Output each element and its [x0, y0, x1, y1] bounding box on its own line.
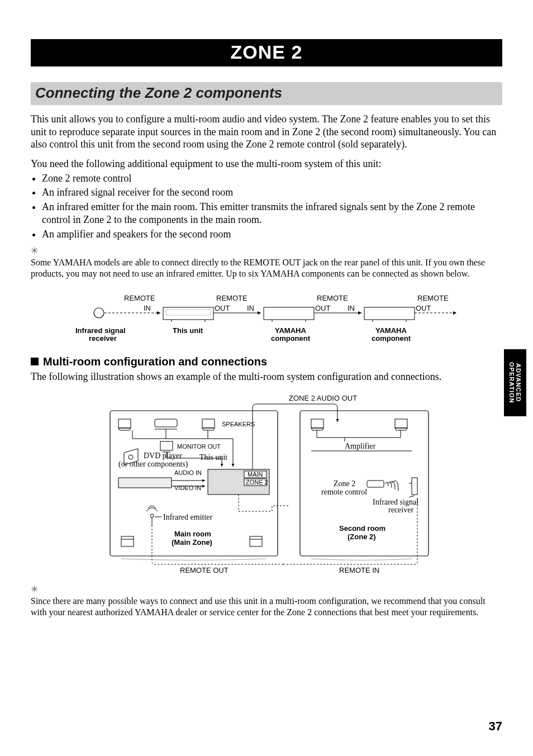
zone2-rc-label-2: remote control [321, 488, 367, 496]
side-tab-line-2: OPERATION [508, 362, 515, 403]
remote-label: REMOTE [124, 294, 155, 302]
list-item: An infrared emitter for the main room. T… [42, 201, 502, 227]
section-heading-bar: Connecting the Zone 2 components [31, 82, 502, 105]
svg-rect-18 [118, 419, 131, 428]
remote-out-label: REMOTE OUT [180, 566, 229, 574]
subheading: Multi-room configuration and connections [31, 355, 502, 368]
tip-paragraph-2: Since there are many possible ways to co… [31, 596, 502, 618]
svg-rect-2 [163, 307, 213, 320]
ir-receiver-label-2a: Infrared signal [373, 498, 418, 506]
in-label-3: IN [348, 304, 355, 312]
zone2-rc-label-1: Zone 2 [334, 479, 355, 488]
chapter-title: ZONE 2 [31, 39, 502, 66]
svg-rect-27 [160, 441, 173, 450]
svg-rect-46 [311, 419, 323, 428]
ir-receiver-label-1: Infrared signal [75, 326, 126, 335]
out-label-2: OUT [315, 304, 331, 312]
list-item: Zone 2 remote control [42, 172, 502, 185]
svg-point-0 [94, 308, 104, 318]
monitor-out-label: MONITOR OUT [177, 443, 221, 450]
in-label-2: IN [247, 304, 254, 312]
main-room-label-2: (Main Zone) [172, 538, 212, 546]
side-tab-advanced-operation: ADVANCEDOPERATION [504, 349, 526, 416]
svg-line-56 [409, 496, 415, 497]
page-number: 37 [489, 719, 502, 734]
intro-paragraph-2: You need the following additional equipm… [31, 158, 502, 170]
svg-point-39 [150, 514, 154, 517]
svg-rect-54 [412, 478, 417, 495]
this-unit-label: This unit [173, 326, 203, 335]
list-item: An infrared signal receiver for the seco… [42, 186, 502, 199]
zone2-audio-out-label: ZONE 2 AUDIO OUT [289, 394, 357, 402]
multi-room-diagram: ZONE 2 AUDIO OUT SPEAKERS MONITOR OUT DV… [99, 394, 434, 578]
tip-paragraph-1: Some YAMAHA models are able to connect d… [31, 257, 502, 279]
remote-chain-diagram: Infrared signal receiver REMOTE IN This … [49, 289, 484, 345]
equipment-list: Zone 2 remote control An infrared signal… [31, 172, 502, 241]
svg-rect-53 [367, 481, 384, 487]
out-label-3: OUT [416, 304, 431, 312]
svg-rect-42 [121, 536, 134, 546]
dvd-player-label: DVD player [144, 451, 182, 460]
zone2-btn-label: ZONE 2 [246, 479, 268, 486]
svg-point-32 [129, 455, 133, 459]
side-tab-line-1: ADVANCED [515, 363, 522, 402]
in-label: IN [144, 304, 151, 312]
svg-rect-19 [155, 419, 177, 427]
out-label: OUT [215, 304, 230, 312]
tip-icon-2: ✳︎ [31, 584, 502, 595]
remote-label-4: REMOTE [417, 294, 449, 302]
yamaha-label-2a: YAMAHA [375, 326, 407, 335]
svg-rect-33 [118, 478, 172, 488]
subheading-text: Multi-room configuration and connections [43, 355, 267, 368]
svg-rect-21 [202, 419, 215, 428]
intro-paragraph-1: This unit allows you to configure a mult… [31, 113, 502, 151]
square-bullet-icon [31, 358, 39, 365]
svg-rect-47 [395, 419, 407, 428]
section-heading: Connecting the Zone 2 components [35, 84, 282, 101]
remote-label-2: REMOTE [216, 294, 248, 302]
ir-emitter-label: Infrared emitter [163, 513, 213, 521]
yamaha-label-1a: YAMAHA [275, 326, 306, 335]
main-room-label-1: Main room [174, 530, 211, 538]
sub-paragraph-1: The following illustration shows an exam… [31, 370, 502, 383]
main-btn-label: MAIN [248, 471, 263, 478]
yamaha-label-1b: component [271, 334, 311, 343]
speakers-label: SPEAKERS [222, 421, 255, 427]
second-room-label-2: (Zone 2) [348, 532, 376, 541]
remote-in-label: REMOTE IN [339, 566, 379, 574]
second-room-label-1: Second room [339, 524, 386, 532]
svg-rect-44 [250, 536, 262, 546]
remote-label-3: REMOTE [317, 294, 348, 302]
amplifier-label: Amplifier [345, 442, 376, 450]
ir-receiver-label-2: receiver [89, 334, 117, 343]
this-unit-label-2: This unit [199, 453, 227, 462]
tip-icon: ✳︎ [31, 245, 502, 256]
ir-receiver-label-2b: receiver [388, 506, 413, 514]
yamaha-label-2b: component [372, 334, 411, 343]
video-in-label: VIDEO IN [174, 484, 201, 491]
svg-rect-7 [264, 307, 314, 320]
audio-in-label: AUDIO IN [174, 469, 202, 476]
svg-rect-11 [364, 307, 415, 320]
list-item: An amplifier and speakers for the second… [42, 228, 502, 241]
or-other-label: (or other components) [118, 460, 188, 469]
